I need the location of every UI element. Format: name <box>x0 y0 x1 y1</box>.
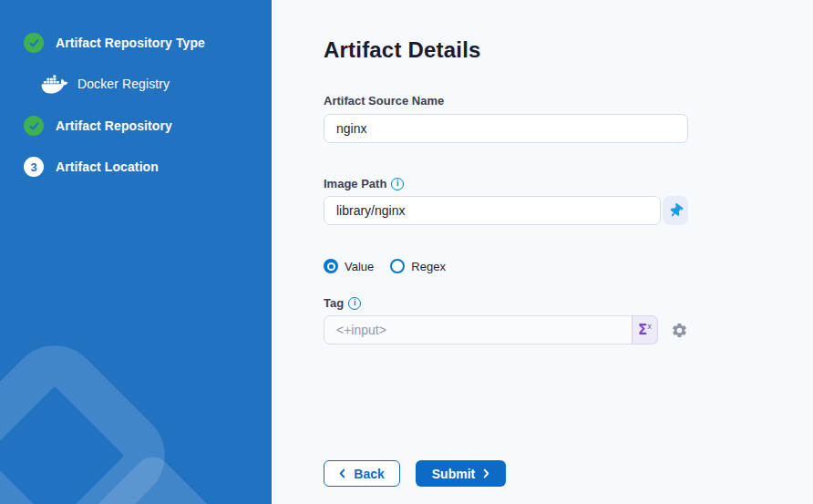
back-button-label: Back <box>354 467 384 481</box>
wizard-sidebar: Artifact Repository Type Docker Registry… <box>0 0 272 504</box>
radio-regex-label: Regex <box>411 260 446 273</box>
artifact-details-form: Artifact Details Artifact Source Name Im… <box>324 0 688 345</box>
info-icon[interactable]: i <box>348 297 361 310</box>
pin-icon <box>670 204 682 218</box>
step-complete-check-icon <box>24 33 44 53</box>
page-title: Artifact Details <box>324 37 688 63</box>
pin-button[interactable] <box>663 196 688 225</box>
docker-whale-icon <box>41 74 68 94</box>
radio-option-value[interactable]: Value <box>324 259 374 273</box>
image-path-label-row: Image Path i <box>324 177 688 190</box>
submit-button[interactable]: Submit <box>416 460 506 487</box>
radio-regex-unselected[interactable] <box>390 259 405 273</box>
step-docker-registry[interactable]: Docker Registry <box>0 74 272 94</box>
step-artifact-location[interactable]: 3 Artifact Location <box>0 157 272 177</box>
step-label: Artifact Repository <box>56 118 172 133</box>
sigma-icon: Σ <box>638 322 647 338</box>
image-path-row <box>324 196 688 225</box>
step-label: Artifact Repository Type <box>56 36 205 50</box>
wizard-steps: Artifact Repository Type Docker Registry… <box>0 0 272 177</box>
artifact-source-name-input[interactable] <box>324 114 688 143</box>
back-button[interactable]: Back <box>324 460 400 487</box>
submit-button-label: Submit <box>432 467 475 481</box>
artifact-source-name-label: Artifact Source Name <box>324 94 688 108</box>
step-artifact-repository[interactable]: Artifact Repository <box>0 116 272 136</box>
runtime-input-sigma-button[interactable]: Σx <box>632 315 658 345</box>
step-label: Docker Registry <box>77 77 170 91</box>
step-label: Artifact Location <box>56 159 159 174</box>
radio-option-regex[interactable]: Regex <box>390 259 446 273</box>
tag-input <box>324 315 633 345</box>
tag-label-row: Tag i <box>324 296 688 310</box>
wizard-footer-buttons: Back Submit <box>324 460 506 487</box>
radio-value-label: Value <box>345 260 374 273</box>
chevron-right-icon <box>483 468 489 478</box>
radio-value-selected[interactable] <box>324 259 338 273</box>
step-artifact-repository-type[interactable]: Artifact Repository Type <box>0 33 272 53</box>
step-complete-check-icon <box>24 116 44 136</box>
artifact-details-panel: Artifact Details Artifact Source Name Im… <box>272 0 813 504</box>
image-path-label: Image Path <box>324 177 386 190</box>
chevron-left-icon <box>339 468 345 478</box>
step-number-badge: 3 <box>24 157 44 177</box>
tag-label: Tag <box>324 296 344 310</box>
tag-mode-radio-group: Value Regex <box>324 259 688 273</box>
tag-row: Σx <box>324 315 688 345</box>
settings-gear-icon[interactable] <box>671 322 688 339</box>
info-icon[interactable]: i <box>391 178 404 190</box>
image-path-input[interactable] <box>324 196 661 225</box>
